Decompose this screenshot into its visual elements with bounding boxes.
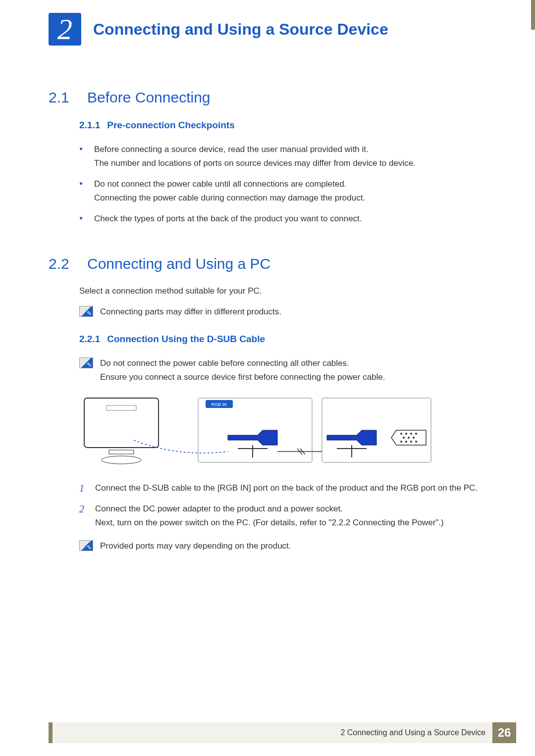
svg-point-17 <box>415 441 417 443</box>
subsection-2-1-1-heading: 2.1.1 Pre-connection Checkpoints <box>79 120 486 131</box>
bullet-line: Connecting the power cable during connec… <box>94 193 365 202</box>
note-text: Do not connect the power cable before co… <box>100 356 385 384</box>
step-line: Next, turn on the power switch on the PC… <box>95 518 444 527</box>
bullet-text: Check the types of ports at the back of … <box>94 212 486 226</box>
step-text: Connect the D-SUB cable to the [RGB IN] … <box>95 481 486 495</box>
svg-rect-3 <box>107 405 136 410</box>
section-number: 2.2 <box>49 255 75 272</box>
section-2-1-heading: 2.1 Before Connecting <box>49 89 486 106</box>
section-2-2-heading: 2.2 Connecting and Using a PC <box>49 255 486 272</box>
section-title: Connecting and Using a PC <box>87 255 270 272</box>
footer-chapter-label: 2 Connecting and Using a Source Device <box>53 722 492 743</box>
bullet-text: Before connecting a source device, read … <box>94 143 486 170</box>
note-block: Do not connect the power cable before co… <box>79 356 486 384</box>
bullet-line: The number and locations of ports on sou… <box>94 158 416 168</box>
list-item: ● Check the types of ports at the back o… <box>79 212 486 226</box>
footer-stripe <box>49 722 53 743</box>
step-text: Connect the DC power adapter to the prod… <box>95 502 486 530</box>
step-item: 2 Connect the DC power adapter to the pr… <box>79 502 486 530</box>
bullet-text: Do not connect the power cable until all… <box>94 177 486 205</box>
svg-point-7 <box>400 433 402 435</box>
note-text: Connecting parts may differ in different… <box>100 305 281 319</box>
connection-steps: 1 Connect the D-SUB cable to the [RGB IN… <box>79 481 486 530</box>
subsection-number: 2.2.1 <box>79 334 100 345</box>
svg-point-12 <box>408 437 410 439</box>
connection-diagram: RGB IN <box>79 393 436 467</box>
subsection-title: Pre-connection Checkpoints <box>107 120 235 131</box>
header-side-stripe <box>531 0 535 30</box>
note-block: Connecting parts may differ in different… <box>79 305 486 319</box>
svg-point-9 <box>410 433 412 435</box>
step-line: Connect the DC power adapter to the prod… <box>95 504 343 513</box>
list-item: ● Before connecting a source device, rea… <box>79 143 486 170</box>
subsection-title: Connection Using the D-SUB Cable <box>107 334 265 345</box>
section-number: 2.1 <box>49 89 75 106</box>
note-line: Do not connect the power cable before co… <box>100 358 349 368</box>
svg-point-2 <box>102 456 141 464</box>
page-footer: 2 Connecting and Using a Source Device 2… <box>49 722 516 743</box>
note-icon <box>79 306 93 317</box>
chapter-number-box: 2 <box>49 13 81 46</box>
bullet-icon: ● <box>79 212 84 224</box>
svg-point-11 <box>403 437 405 439</box>
chapter-title: Connecting and Using a Source Device <box>93 20 388 39</box>
subsection-number: 2.1.1 <box>79 120 100 131</box>
svg-rect-1 <box>109 450 134 454</box>
page-number: 26 <box>492 722 516 743</box>
svg-point-14 <box>400 441 402 443</box>
svg-point-8 <box>405 433 407 435</box>
subsection-2-2-1-heading: 2.2.1 Connection Using the D-SUB Cable <box>79 334 486 345</box>
checkpoints-list: ● Before connecting a source device, rea… <box>79 143 486 226</box>
bullet-icon: ● <box>79 143 84 154</box>
svg-point-15 <box>405 441 407 443</box>
chapter-header: 2 Connecting and Using a Source Device <box>49 13 388 46</box>
step-item: 1 Connect the D-SUB cable to the [RGB IN… <box>79 481 486 495</box>
bullet-line: Check the types of ports at the back of … <box>94 214 362 223</box>
note-line: Ensure you connect a source device first… <box>100 372 385 382</box>
note-icon <box>79 357 93 368</box>
bullet-icon: ● <box>79 177 84 189</box>
section-title: Before Connecting <box>87 89 211 106</box>
port-label: RGB IN <box>211 402 226 407</box>
bullet-line: Before connecting a source device, read … <box>94 145 369 154</box>
svg-point-16 <box>410 441 412 443</box>
list-item: ● Do not connect the power cable until a… <box>79 177 486 205</box>
step-number: 2 <box>79 502 88 516</box>
svg-point-10 <box>415 433 417 435</box>
page-content: 2.1 Before Connecting 2.1.1 Pre-connecti… <box>49 89 486 562</box>
note-icon <box>79 540 93 551</box>
bullet-line: Do not connect the power cable until all… <box>94 179 346 189</box>
section-intro: Select a connection method suitable for … <box>79 286 486 296</box>
note-text: Provided ports may vary depending on the… <box>100 539 291 553</box>
step-number: 1 <box>79 481 88 495</box>
svg-point-13 <box>413 437 415 439</box>
note-block: Provided ports may vary depending on the… <box>79 539 486 553</box>
